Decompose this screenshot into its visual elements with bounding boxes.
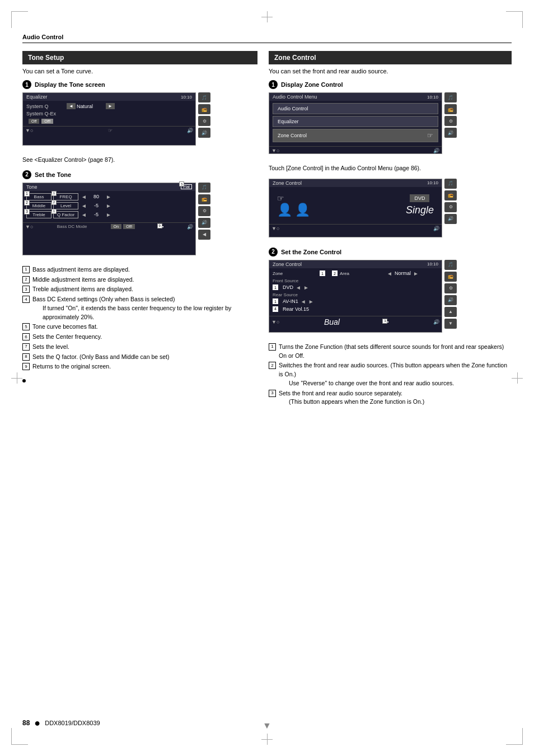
tone-desc-badge-6: 6 <box>22 333 30 340</box>
zc2-bottom-icons: ▼○ Bual 3 🔊 <box>269 316 442 328</box>
zc2-side-icon-4: 🔊 <box>444 295 457 305</box>
tone-desc-badge-2: 2 <box>22 276 30 283</box>
tone-side-icon-3: ⚙ <box>198 206 210 216</box>
eq-title: Equalizer <box>26 94 48 100</box>
zc2-front-next[interactable]: ► <box>303 284 309 291</box>
zc2-rear-source-title: Rear Source <box>273 292 438 297</box>
footer-bullet: ● <box>34 718 40 728</box>
zc2-side-icons: 🎵 📻 ⚙ 🔊 ▲ ▼ <box>444 260 457 337</box>
acm-item-zone-control[interactable]: Zone Control ☞ <box>273 129 438 142</box>
zc-screen-header: Zone Control 10:10 <box>269 179 442 187</box>
tone-desc-text-1: Bass adjustment items are displayed. <box>32 265 257 274</box>
tone-screen-body: 1 Bass 1 FREQ ◄ 80 ► <box>23 191 195 222</box>
tone-off-btn[interactable]: Off! <box>123 224 135 229</box>
acm-time: 10:10 <box>427 95 438 100</box>
tone-desc-4: 4 Bass DC Extend settings (Only when Bas… <box>22 295 257 321</box>
tone-title: Tone <box>26 184 38 190</box>
tone-screen: Tone 5 Flat <box>22 183 196 255</box>
zc2-rear-val: AV-IN1 <box>283 298 298 304</box>
page: Audio Control Tone Setup You can set a T… <box>0 0 534 756</box>
tone-step1-label: 1 Display the Tone screen <box>22 80 257 89</box>
zone-control-title: Zone Control <box>269 51 512 64</box>
tone-treble-qfactor-val: -5 <box>88 212 105 217</box>
zc2-rear-vol-num: 4 <box>273 306 278 312</box>
tone-middle-prev[interactable]: ◄ <box>81 203 87 209</box>
eq-side-icon-4: 🔊 <box>198 128 210 138</box>
zone-control-screen: Zone Control 10:10 ☞ 👤 👤 <box>269 179 442 237</box>
acm-item-2-label: Equalizer <box>278 119 299 124</box>
eq-row-1: System Q ◄ Natural ► <box>26 103 192 109</box>
eq-screen-body: System Q ◄ Natural ► System Q-Ex Off <box>23 101 195 126</box>
tone-side-icon-2: 📻 <box>198 194 210 204</box>
tone-bottom-right: 🔊 <box>187 224 193 230</box>
tone-desc-badge-5: 5 <box>22 323 30 330</box>
zc-bottom-right: 🔊 <box>433 226 439 231</box>
tone-side-icons: 🎵 📻 ⚙ 🔊 ◀ <box>198 183 210 260</box>
zc2-front-prev[interactable]: ◄ <box>296 284 301 291</box>
eq-bottom-right-icon: 🔊 <box>187 128 193 133</box>
zc2-area-next[interactable]: ► <box>413 270 419 277</box>
acm-screen-container: Audio Control Menu 10:10 Audio Control E… <box>269 92 512 158</box>
acm-side-icon-4: 🔊 <box>444 128 457 138</box>
tone-desc-badge-1: 1 <box>22 266 30 273</box>
tone-desc-badge-7: 7 <box>22 343 30 351</box>
zone-desc-text-3: Sets the front and rear audio source sep… <box>279 389 512 407</box>
zc2-rear-num: 1 <box>273 298 278 304</box>
tone-on-btn[interactable]: On <box>111 224 121 229</box>
zone-desc-badge-3: 3 <box>269 390 276 397</box>
equalizer-screen: Equalizer 10:10 System Q ◄ Natural ► <box>22 92 196 146</box>
eq-system-q-value: Natural <box>77 104 105 109</box>
eq-prev-btn[interactable]: ◄ <box>67 103 76 109</box>
zone-desc-3: 3 Sets the front and rear audio source s… <box>269 389 512 407</box>
zc2-area-label: Area <box>340 271 385 276</box>
tone-step9-badge: 9 <box>159 226 163 227</box>
area-num: 2 <box>332 270 338 276</box>
zc-left: ☞ 👤 👤 <box>277 194 310 217</box>
zc2-side-icon-2: 📻 <box>444 272 457 282</box>
tone-bass-prev[interactable]: ◄ <box>81 194 87 200</box>
figure-2: 👤 <box>295 203 310 217</box>
zc2-rear-prev[interactable]: ◄ <box>301 298 306 305</box>
zone-step2-num: 2 <box>269 248 278 256</box>
zone-desc-badge-2: 2 <box>269 362 276 369</box>
tone-bass-freq-val: 80 <box>88 194 105 199</box>
step9-num: 9 <box>157 223 162 228</box>
eq-off-btn-2[interactable]: Off! <box>41 119 53 124</box>
tone-treble-next[interactable]: ► <box>106 212 111 218</box>
tone-desc-badge-8: 8 <box>22 353 30 361</box>
tone-treble-prev[interactable]: ◄ <box>81 212 87 218</box>
tone-middle-next[interactable]: ► <box>106 203 111 209</box>
freq-badge: 1 <box>51 191 57 196</box>
acm-item-3-label: Zone Control <box>278 133 307 138</box>
eq-system-qex-label: System Q-Ex <box>26 111 65 116</box>
tone-desc-badge-9: 9 <box>22 363 30 370</box>
acm-bottom-icons: ▼○ 🔊 <box>269 146 442 155</box>
zc2-area-prev[interactable]: ◄ <box>387 270 392 277</box>
acm-item-equalizer[interactable]: Equalizer <box>273 116 438 127</box>
zone-step2-label: 2 Set the Zone Control <box>269 248 512 256</box>
zc2-dual-label: Bual <box>324 318 340 326</box>
eq-off-btn-1[interactable]: Off <box>29 119 39 124</box>
zc-side-icon-2: 📻 <box>444 190 457 200</box>
tone-desc-3: 3 Treble adjustment items are displayed. <box>22 285 257 294</box>
tone-desc-5: 5 Tone curve becomes flat. <box>22 323 257 332</box>
tone-desc-text-3: Treble adjustment items are displayed. <box>32 285 257 294</box>
zc2-rear-next[interactable]: ► <box>308 298 314 305</box>
flat-badge-num: 5 <box>179 181 184 186</box>
tone-on-off-btns: On Off! <box>111 224 135 229</box>
tone-desc-text-9: Returns to the original screen. <box>32 362 257 371</box>
tone-bass-next[interactable]: ► <box>106 194 111 200</box>
zc2-step3-badge: 3 <box>384 321 388 323</box>
eq-caption: See <Equalizer Control> (page 87). <box>22 156 257 165</box>
eq-next-btn[interactable]: ► <box>106 103 115 109</box>
zone-control-section: Zone Control You can set the front and r… <box>269 51 512 411</box>
acm-item-audio-control[interactable]: Audio Control <box>273 103 438 114</box>
tone-desc-6: 6 Sets the Center frequency. <box>22 333 257 342</box>
bullet-point <box>22 377 257 384</box>
acm-screen-header: Audio Control Menu 10:10 <box>269 93 442 101</box>
tone-desc-badge-4: 4 <box>22 296 30 303</box>
zc-screen-body: ☞ 👤 👤 DVD Single <box>269 187 442 224</box>
tone-side-icon-1: 🎵 <box>198 183 210 193</box>
page-number: 88 <box>22 719 30 727</box>
tone-setup-section: Tone Setup You can set a Tone curve. 1 D… <box>22 51 257 411</box>
